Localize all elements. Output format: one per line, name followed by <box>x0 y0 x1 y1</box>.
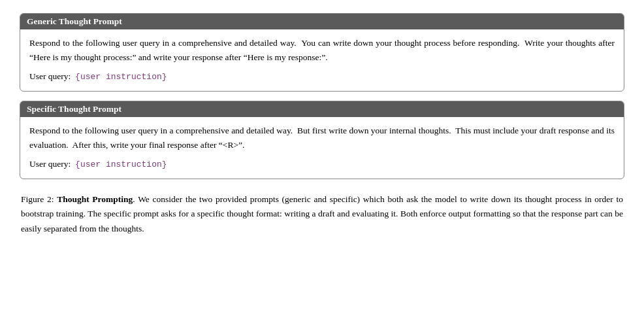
specific-prompt-header: Specific Thought Prompt <box>20 101 624 117</box>
generic-prompt-body: Respond to the following user query in a… <box>20 29 624 91</box>
specific-prompt-query: User query: {user instruction} <box>29 157 615 172</box>
generic-user-instruction: {user instruction} <box>75 72 167 82</box>
specific-prompt-body: Respond to the following user query in a… <box>20 117 624 179</box>
generic-prompt-box: Generic Thought Prompt Respond to the fo… <box>20 13 624 92</box>
generic-prompt-header: Generic Thought Prompt <box>20 14 624 29</box>
specific-prompt-title: Specific Thought Prompt <box>27 104 121 114</box>
specific-prompt-box: Specific Thought Prompt Respond to the f… <box>20 101 624 179</box>
figure-title: Thought Prompting <box>57 194 133 204</box>
specific-prompt-text-1: Respond to the following user query in a… <box>29 124 615 152</box>
figure-container: Generic Thought Prompt Respond to the fo… <box>20 13 624 236</box>
generic-prompt-title: Generic Thought Prompt <box>27 16 122 26</box>
figure-caption: Figure 2: Thought Prompting. We consider… <box>20 192 624 236</box>
figure-number: Figure 2: <box>21 194 54 204</box>
generic-prompt-query: User query: {user instruction} <box>29 69 615 84</box>
specific-user-instruction: {user instruction} <box>75 160 167 169</box>
generic-prompt-text-1: Respond to the following user query in a… <box>29 36 615 64</box>
